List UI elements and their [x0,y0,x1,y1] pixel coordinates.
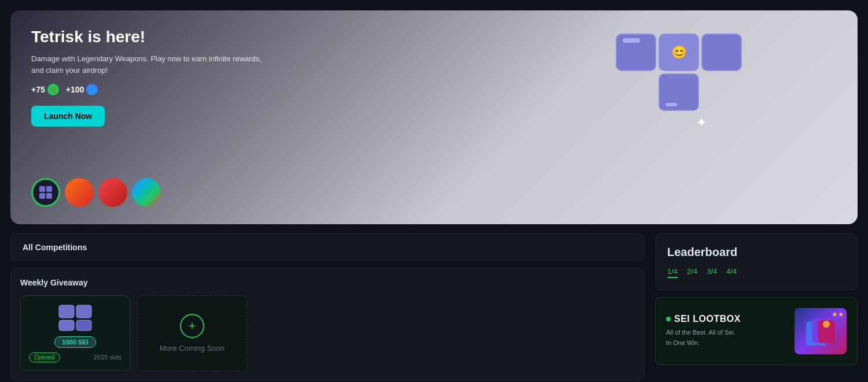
hero-title: Tetrisk is here! [31,28,274,46]
svg-rect-2 [39,193,45,199]
svg-rect-6 [59,320,74,331]
svg-rect-4 [59,305,74,318]
weekly-title: Weekly Giveaway [20,278,635,287]
giveaway-cards: 1000 SEI Opened 25/25 slots + More Comin… [20,295,635,371]
lootbox-stars: ★★ [832,310,844,318]
competitions-bar: All Competitions [10,233,645,261]
reward-1: +75 🌿 [31,84,59,95]
tetris-face: 😊 [671,45,687,60]
main-content: All Competitions Weekly Giveaway [10,233,858,381]
leaderboard-tab-3-4[interactable]: 3/4 [707,267,717,278]
giveaway-card-1[interactable]: 1000 SEI Opened 25/25 slots [20,295,130,371]
tetris-block-3 [701,34,742,71]
lootbox-description: All of the Best. All of Sei.In One Win. [666,328,786,348]
plus-circle: + [180,314,204,338]
leaderboard-card: Leaderboard 1/4 2/4 3/4 4/4 [655,233,858,290]
sparkle-icon: ✦ [696,114,707,131]
card-image: 1000 SEI [54,304,95,348]
tetris-block-4 [659,73,699,111]
tetris-block-face: 😊 [659,34,699,71]
lootbox-live-dot [666,317,671,321]
sei-prize-badge: 1000 SEI [54,336,95,348]
game-icon-city[interactable] [98,178,127,207]
hero-content: Tetrisk is here! Damage with Legendary W… [31,28,274,127]
reward-2: +100 🌐 [66,84,98,95]
game-icon-tetrisk[interactable] [31,178,60,207]
lootbox-header: SEI LOOTBOX [666,314,786,324]
leaderboard-tab-4-4[interactable]: 4/4 [726,267,737,278]
tetris-block-1 [616,34,656,71]
more-coming-card[interactable]: + More Coming Soon [137,295,247,371]
svg-rect-1 [46,186,52,192]
lootbox-content: SEI LOOTBOX All of the Best. All of Sei.… [666,314,786,348]
reward-2-icon: 🌐 [86,84,98,95]
game-icon-runner[interactable] [65,178,94,207]
launch-button[interactable]: Launch Now [31,106,105,127]
slots-text: 25/25 slots [94,354,122,361]
svg-point-11 [823,321,830,328]
leaderboard-tab-1-4[interactable]: 1/4 [667,267,678,278]
tetris-mini-svg [58,304,93,332]
lootbox-image: ★★ [795,308,847,354]
leaderboard-tabs: 1/4 2/4 3/4 4/4 [667,267,845,278]
competitions-title: All Competitions [23,243,87,252]
lootbox-illustration: ★★ [795,308,847,354]
hero-description: Damage with Legendary Weapons. Play now … [31,53,274,76]
opened-badge: Opened [29,353,60,362]
reward-2-amount: +100 [66,85,84,94]
leaderboard-tab-2-4[interactable]: 2/4 [687,267,697,278]
lootbox-card[interactable]: SEI LOOTBOX All of the Best. All of Sei.… [655,297,858,365]
left-section: All Competitions Weekly Giveaway [10,233,645,381]
right-sidebar: Leaderboard 1/4 2/4 3/4 4/4 SEI LOOTBOX … [655,233,858,381]
svg-rect-3 [46,193,52,199]
weekly-giveaway-section: Weekly Giveaway 1000 SEI [10,268,645,381]
game-icon-puzzle[interactable] [132,178,161,207]
lootbox-title: SEI LOOTBOX [674,314,741,324]
reward-1-icon: 🌿 [47,84,59,95]
hero-banner: Tetrisk is here! Damage with Legendary W… [10,10,858,224]
plus-icon: + [189,318,196,333]
lootbox-cards-svg [803,316,838,347]
reward-1-amount: +75 [31,85,45,94]
card-footer: Opened 25/25 slots [29,353,122,362]
leaderboard-title: Leaderboard [667,246,845,259]
svg-rect-7 [76,320,91,331]
svg-rect-0 [39,186,45,192]
tetris-graphic: 😊 ✦ [616,34,742,113]
hero-rewards: +75 🌿 +100 🌐 [31,84,274,95]
svg-rect-5 [76,305,91,318]
hero-game-icons [31,178,837,207]
more-coming-text: More Coming Soon [160,344,225,353]
